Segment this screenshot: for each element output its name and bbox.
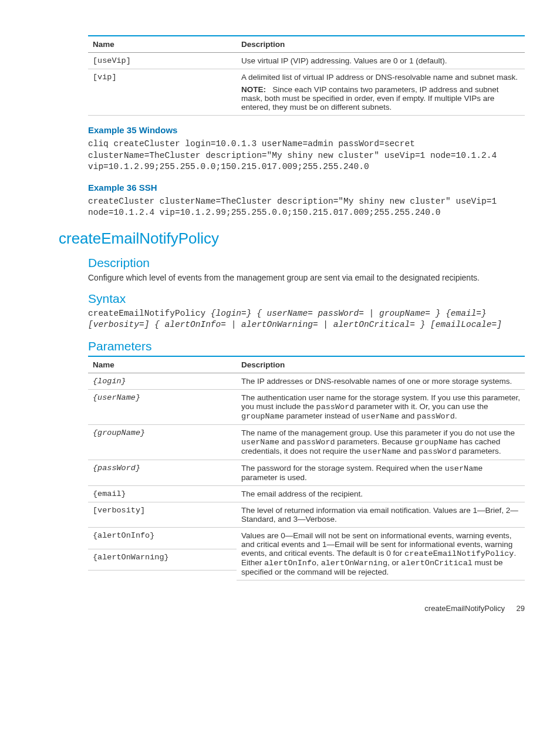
param-name: [vip] <box>88 69 237 116</box>
table-row: {passWord} The password for the storage … <box>88 460 525 485</box>
description-text: Configure which level of events from the… <box>88 272 525 283</box>
table-row: {groupName} The name of the management g… <box>88 424 525 460</box>
parameters-table: Name Description {login} The IP addresse… <box>88 356 525 580</box>
footer-label: createEmailNotifyPolicy <box>424 604 505 613</box>
footer-page: 29 <box>517 604 525 613</box>
table-row: {alertOnInfo} Values are 0—Email will no… <box>88 527 525 549</box>
description-heading: Description <box>88 256 525 270</box>
param-name: {passWord} <box>88 460 237 485</box>
param-name: {userName} <box>88 389 237 424</box>
table-row: [vip] A delimited list of virtual IP add… <box>88 69 525 116</box>
param-desc-text: A delimited list of virtual IP address o… <box>241 73 520 82</box>
page-footer: createEmailNotifyPolicy 29 <box>59 604 525 613</box>
param-desc: The authentication user name for the sto… <box>237 389 525 424</box>
param-desc: The level of returned information via em… <box>237 502 525 527</box>
param-name: {login} <box>88 373 237 389</box>
table-row: {login} The IP addresses or DNS-resolvab… <box>88 373 525 389</box>
param-desc: Values are 0—Email will not be sent on i… <box>237 527 525 580</box>
param-name: {alertOnWarning} <box>88 549 237 571</box>
table-row: [useVip] Use virtual IP (VIP) addressing… <box>88 53 525 69</box>
syntax-heading: Syntax <box>88 292 525 306</box>
example-heading-36: Example 36 SSH <box>88 183 525 193</box>
example-heading-35: Example 35 Windows <box>88 125 525 135</box>
note-label: NOTE: <box>241 85 266 94</box>
col-name: Name <box>88 356 237 373</box>
table-header-row: Name Description <box>88 356 525 373</box>
param-name: {groupName} <box>88 424 237 460</box>
table-row: {email} The email address of the recipie… <box>88 485 525 502</box>
parameters-table-prev: Name Description [useVip] Use virtual IP… <box>88 35 525 116</box>
param-desc: The password for the storage system. Req… <box>237 460 525 485</box>
table-row: [verbosity] The level of returned inform… <box>88 502 525 527</box>
example-code-36: createCluster clusterName=TheCluster des… <box>88 196 525 219</box>
param-desc: A delimited list of virtual IP address o… <box>237 69 525 116</box>
param-name: {alertOnInfo} <box>88 527 237 549</box>
param-desc: The name of the management group. Use th… <box>237 424 525 460</box>
param-name: {email} <box>88 485 237 502</box>
note-text: Since each VIP contains two parameters, … <box>241 85 499 112</box>
col-desc: Description <box>237 36 525 53</box>
param-name: [verbosity] <box>88 502 237 527</box>
param-name-empty <box>88 571 237 580</box>
table-header-row: Name Description <box>88 36 525 53</box>
param-name: [useVip] <box>88 53 237 69</box>
command-title: createEmailNotifyPolicy <box>59 229 525 248</box>
param-desc: The email address of the recipient. <box>237 485 525 502</box>
syntax-code: createEmailNotifyPolicy {login=} { userN… <box>88 308 525 331</box>
param-desc: The IP addresses or DNS-resolvable names… <box>237 373 525 389</box>
col-desc: Description <box>237 356 525 373</box>
col-name: Name <box>88 36 237 53</box>
param-desc: Use virtual IP (VIP) addressing. Values … <box>237 53 525 69</box>
table-row: {userName} The authentication user name … <box>88 389 525 424</box>
param-note: NOTE: Since each VIP contains two parame… <box>241 85 520 112</box>
parameters-heading: Parameters <box>88 339 525 353</box>
example-code-35: cliq createCluster login=10.0.1.3 userNa… <box>88 139 525 173</box>
